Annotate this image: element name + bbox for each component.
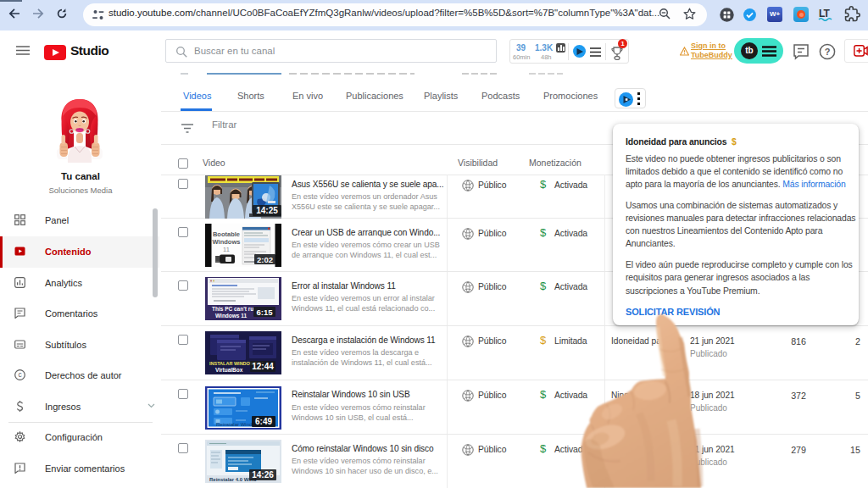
svg-text:12:44: 12:44 [252,362,274,371]
svg-text:Bootable: Bootable [213,230,240,238]
svg-text:?: ? [825,47,831,57]
svg-text:2:02: 2:02 [257,255,273,264]
svg-text:14:26: 14:26 [252,470,274,480]
svg-text:Windows 11: Windows 11 [215,313,248,319]
svg-text:14:25: 14:25 [256,206,278,215]
svg-text:This PC can't ru: This PC can't ru [212,306,253,312]
svg-text:6:49: 6:49 [255,417,272,426]
svg-text:c: c [18,370,22,379]
svg-text:VirtualBox: VirtualBox [215,367,243,373]
svg-text:6:15: 6:15 [256,308,273,317]
svg-text:Windows: Windows [213,238,241,246]
svg-text:11: 11 [223,246,230,253]
